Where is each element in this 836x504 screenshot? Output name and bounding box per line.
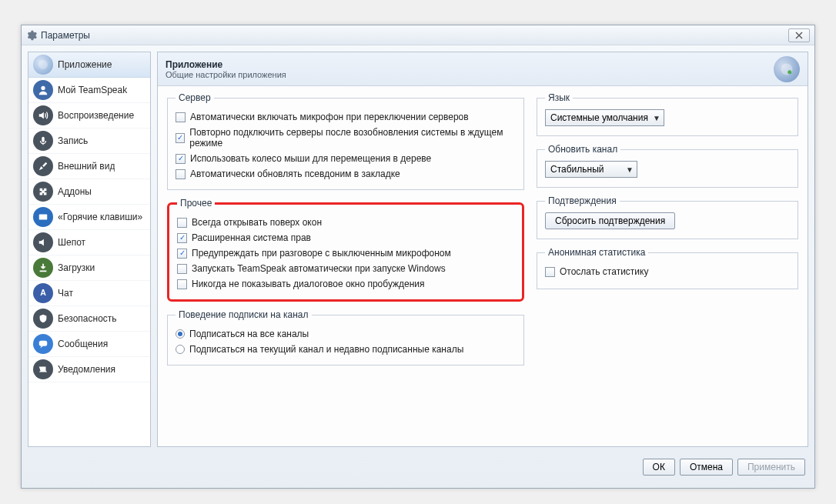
language-dropdown[interactable]: Системные умолчания▼ bbox=[545, 109, 664, 126]
misc-opt-2[interactable]: Предупреждать при разговоре с выключенны… bbox=[177, 245, 514, 261]
checkbox-label: Отослать статистику bbox=[560, 266, 648, 277]
sidebar-item-playback[interactable]: Воспроизведение bbox=[28, 103, 150, 129]
misc-opt-4[interactable]: Никогда не показывать диалоговое окно пр… bbox=[177, 276, 514, 292]
mic-icon bbox=[33, 131, 53, 151]
checkbox[interactable] bbox=[177, 264, 187, 274]
speaker-icon bbox=[33, 105, 53, 125]
server-opt-2[interactable]: Использовать колесо мыши для перемещения… bbox=[176, 151, 516, 166]
sidebar-item-label: Запись bbox=[58, 135, 88, 146]
checkbox-label: Предупреждать при разговоре с выключенны… bbox=[192, 248, 451, 259]
shield-icon bbox=[33, 309, 53, 329]
sidebar-item-notifications[interactable]: Уведомления bbox=[28, 357, 150, 382]
content-title: Приложение bbox=[166, 59, 774, 70]
checkbox[interactable] bbox=[176, 169, 186, 179]
bubble-icon bbox=[33, 334, 53, 354]
user-icon bbox=[33, 80, 53, 100]
sidebar-item-hotkeys[interactable]: «Горячие клавиши» bbox=[28, 205, 150, 230]
language-group: Язык Системные умолчания▼ bbox=[537, 92, 798, 136]
checkbox[interactable] bbox=[176, 154, 186, 164]
sidebar-item-myts[interactable]: Мой TeamSpeak bbox=[28, 78, 150, 103]
radio[interactable] bbox=[176, 345, 185, 354]
misc-opt-3[interactable]: Запускать TeamSpeak автоматически при за… bbox=[177, 261, 514, 276]
sidebar-item-label: Внешний вид bbox=[58, 161, 115, 172]
checkbox[interactable] bbox=[176, 133, 185, 143]
server-group-legend: Сервер bbox=[176, 92, 214, 103]
keyboard-icon bbox=[33, 207, 53, 227]
sidebar-item-addons[interactable]: Аддоны bbox=[28, 179, 150, 205]
sidebar-item-label: Мой TeamSpeak bbox=[58, 85, 127, 95]
radio-label: Подписаться на текущий канал и недавно п… bbox=[189, 344, 463, 355]
checkbox-label: Повторно подключить серверы после возобн… bbox=[189, 127, 516, 149]
sidebar-item-label: Загрузки bbox=[58, 262, 95, 273]
reset-confirm-button[interactable]: Сбросить подтверждения bbox=[545, 212, 675, 229]
language-group-legend: Язык bbox=[545, 92, 573, 103]
update-group-legend: Обновить канал bbox=[545, 144, 620, 155]
sidebar-item-label: Воспроизведение bbox=[58, 110, 134, 121]
whisper-icon bbox=[33, 232, 53, 252]
checkbox[interactable] bbox=[176, 112, 186, 122]
misc-opt-1[interactable]: Расширенная система прав bbox=[177, 230, 514, 245]
dropdown-value: Системные умолчания bbox=[550, 112, 648, 123]
sidebar-item-label: Чат bbox=[58, 288, 73, 299]
sidebar-item-label: «Горячие клавиши» bbox=[58, 212, 142, 222]
svg-point-1 bbox=[41, 86, 45, 90]
dropdown-value: Стабильный bbox=[550, 164, 604, 175]
confirm-group-legend: Подтверждения bbox=[545, 195, 620, 206]
radio-label: Подписаться на все каналы bbox=[189, 329, 309, 339]
sidebar-item-record[interactable]: Запись bbox=[28, 129, 150, 154]
update-group: Обновить канал Стабильный▼ bbox=[537, 144, 798, 188]
subscribe-opt-0[interactable]: Подписаться на все каналы bbox=[176, 326, 516, 342]
download-icon bbox=[33, 258, 53, 278]
sidebar-item-app[interactable]: Приложение bbox=[28, 52, 150, 78]
server-opt-1[interactable]: Повторно подключить серверы после возобн… bbox=[176, 125, 516, 151]
chat-icon: A bbox=[33, 283, 53, 303]
app-logo-icon bbox=[774, 56, 800, 82]
window-title: Параметры bbox=[41, 30, 788, 41]
stats-opt[interactable]: Отослать статистику bbox=[545, 264, 790, 279]
misc-group: Прочее Всегда открывать поверх окон Расш… bbox=[167, 198, 524, 302]
chevron-down-icon: ▼ bbox=[653, 114, 660, 122]
svg-rect-2 bbox=[42, 137, 45, 142]
sidebar-item-label: Безопасность bbox=[58, 313, 117, 324]
checkbox[interactable] bbox=[177, 218, 187, 228]
radio[interactable] bbox=[176, 329, 185, 339]
update-dropdown[interactable]: Стабильный▼ bbox=[545, 161, 637, 178]
ok-button[interactable]: ОК bbox=[643, 459, 675, 476]
checkbox-label: Автоматически включать микрофон при пере… bbox=[190, 112, 469, 122]
checkbox-label: Запускать TeamSpeak автоматически при за… bbox=[192, 263, 446, 274]
sidebar-item-appearance[interactable]: Внешний вид bbox=[28, 154, 150, 179]
content-subtitle: Общие настройки приложения bbox=[166, 70, 774, 79]
server-opt-0[interactable]: Автоматически включать микрофон при пере… bbox=[176, 109, 516, 125]
svg-point-7 bbox=[788, 70, 791, 74]
sidebar-item-messages[interactable]: Сообщения bbox=[28, 332, 150, 357]
checkbox[interactable] bbox=[177, 233, 187, 243]
sidebar-item-security[interactable]: Безопасность bbox=[28, 306, 150, 332]
puzzle-icon bbox=[33, 182, 53, 202]
server-opt-3[interactable]: Автоматически обновлять псевдоним в закл… bbox=[176, 166, 516, 182]
subscribe-opt-1[interactable]: Подписаться на текущий канал и недавно п… bbox=[176, 342, 516, 357]
checkbox[interactable] bbox=[177, 279, 187, 289]
cancel-button[interactable]: Отмена bbox=[680, 459, 733, 476]
apply-button[interactable]: Применить bbox=[737, 459, 805, 476]
content-pane: Приложение Общие настройки приложения Се… bbox=[157, 52, 808, 447]
svg-point-0 bbox=[38, 60, 48, 69]
sidebar-item-label: Шепот bbox=[58, 237, 85, 248]
close-button[interactable] bbox=[788, 28, 810, 42]
sidebar-item-whisper[interactable]: Шепот bbox=[28, 230, 150, 255]
misc-opt-0[interactable]: Всегда открывать поверх окон bbox=[177, 215, 514, 230]
sidebar-item-downloads[interactable]: Загрузки bbox=[28, 255, 150, 281]
checkbox-label: Всегда открывать поверх окон bbox=[192, 217, 322, 228]
checkbox[interactable] bbox=[545, 267, 555, 277]
app-icon bbox=[33, 55, 53, 75]
settings-window: Параметры Приложение Мой TeamSpeak Воспр… bbox=[21, 25, 815, 489]
sidebar-item-label: Приложение bbox=[58, 59, 112, 70]
footer: ОК Отмена Применить bbox=[22, 453, 814, 481]
titlebar: Параметры bbox=[22, 25, 814, 45]
sidebar-item-chat[interactable]: AЧат bbox=[28, 281, 150, 306]
server-group: Сервер Автоматически включать микрофон п… bbox=[167, 92, 524, 190]
content-header: Приложение Общие настройки приложения bbox=[158, 52, 808, 86]
chevron-down-icon: ▼ bbox=[626, 165, 634, 174]
checkbox[interactable] bbox=[177, 249, 187, 259]
brush-icon bbox=[33, 156, 53, 176]
checkbox-label: Расширенная система прав bbox=[192, 232, 311, 243]
